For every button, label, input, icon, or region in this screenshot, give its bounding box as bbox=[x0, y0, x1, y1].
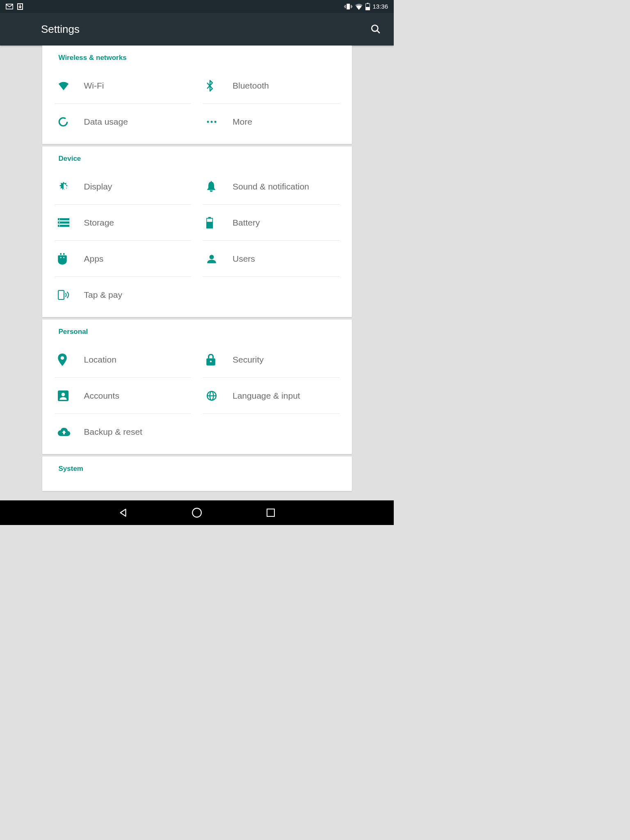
label-bluetooth: Bluetooth bbox=[233, 81, 269, 91]
page-title: Settings bbox=[41, 23, 80, 36]
label-storage: Storage bbox=[84, 218, 114, 228]
recent-icon bbox=[266, 508, 276, 518]
setting-language[interactable]: Language & input bbox=[203, 378, 340, 414]
setting-sound[interactable]: Sound & notification bbox=[203, 169, 340, 205]
svg-rect-27 bbox=[63, 253, 64, 255]
accounts-icon bbox=[58, 390, 84, 401]
svg-point-13 bbox=[59, 118, 67, 126]
section-personal: Personal Location Security Accounts bbox=[42, 320, 352, 454]
status-right: 13:36 bbox=[344, 3, 388, 10]
svg-line-12 bbox=[377, 30, 380, 33]
svg-point-16 bbox=[215, 121, 217, 123]
bluetooth-icon bbox=[206, 80, 233, 91]
section-header-system: System bbox=[42, 457, 352, 479]
section-header-personal: Personal bbox=[42, 320, 352, 342]
app-bar: Settings bbox=[0, 13, 394, 46]
nav-home-button[interactable] bbox=[189, 504, 205, 521]
setting-battery[interactable]: Battery bbox=[203, 205, 340, 241]
vibrate-icon bbox=[344, 3, 352, 10]
globe-icon bbox=[206, 390, 233, 401]
home-icon bbox=[192, 507, 202, 518]
setting-display[interactable]: Display bbox=[55, 169, 191, 205]
settings-content: Wireless & networks Wi-Fi Bluetooth Data… bbox=[0, 46, 394, 500]
data-usage-icon bbox=[58, 116, 84, 127]
nav-recent-button[interactable] bbox=[262, 504, 279, 521]
battery-icon bbox=[365, 3, 370, 10]
display-icon bbox=[58, 181, 84, 192]
section-header-device: Device bbox=[42, 146, 352, 169]
gmail-icon bbox=[6, 4, 13, 9]
setting-storage[interactable]: Storage bbox=[55, 205, 191, 241]
status-time: 13:36 bbox=[372, 3, 388, 10]
users-icon bbox=[206, 253, 233, 264]
svg-point-36 bbox=[61, 393, 65, 396]
svg-point-20 bbox=[59, 219, 59, 219]
section-wireless: Wireless & networks Wi-Fi Bluetooth Data… bbox=[42, 46, 352, 144]
battery-icon bbox=[206, 217, 233, 228]
label-accounts: Accounts bbox=[84, 391, 119, 401]
wifi-icon bbox=[355, 3, 363, 10]
nav-back-button[interactable] bbox=[115, 504, 131, 521]
svg-rect-3 bbox=[347, 4, 350, 9]
svg-point-15 bbox=[211, 121, 213, 123]
back-icon bbox=[118, 507, 128, 518]
svg-rect-26 bbox=[60, 253, 61, 255]
svg-point-32 bbox=[60, 356, 64, 360]
svg-rect-6 bbox=[344, 6, 345, 7]
tap-pay-icon bbox=[58, 290, 84, 300]
setting-accounts[interactable]: Accounts bbox=[55, 378, 191, 414]
svg-point-30 bbox=[210, 255, 214, 259]
svg-rect-4 bbox=[345, 5, 346, 8]
setting-data-usage[interactable]: Data usage bbox=[55, 104, 191, 140]
svg-point-34 bbox=[210, 361, 212, 362]
svg-rect-7 bbox=[352, 6, 352, 7]
svg-rect-25 bbox=[206, 221, 212, 228]
wifi-icon bbox=[58, 81, 84, 90]
label-location: Location bbox=[84, 355, 116, 365]
status-bar: 13:36 bbox=[0, 0, 394, 13]
svg-point-14 bbox=[207, 121, 209, 123]
label-sound: Sound & notification bbox=[233, 182, 309, 192]
label-apps: Apps bbox=[84, 254, 104, 264]
setting-location[interactable]: Location bbox=[55, 342, 191, 378]
label-battery: Battery bbox=[233, 218, 260, 228]
status-left bbox=[6, 3, 23, 10]
search-button[interactable] bbox=[368, 21, 384, 37]
setting-more[interactable]: More bbox=[203, 104, 340, 140]
backup-icon bbox=[58, 427, 84, 436]
svg-point-28 bbox=[60, 257, 61, 258]
svg-point-40 bbox=[192, 508, 201, 517]
svg-rect-10 bbox=[366, 7, 370, 10]
more-icon bbox=[206, 120, 233, 124]
svg-point-21 bbox=[59, 222, 59, 223]
svg-point-11 bbox=[372, 25, 378, 31]
label-language: Language & input bbox=[233, 391, 300, 401]
lock-icon bbox=[206, 354, 233, 365]
setting-apps[interactable]: Apps bbox=[55, 241, 191, 277]
apps-icon bbox=[58, 253, 84, 265]
label-data-usage: Data usage bbox=[84, 117, 128, 127]
label-users: Users bbox=[233, 254, 255, 264]
svg-point-29 bbox=[63, 257, 64, 258]
setting-bluetooth[interactable]: Bluetooth bbox=[203, 68, 340, 104]
location-icon bbox=[58, 354, 84, 366]
label-security: Security bbox=[233, 355, 264, 365]
label-more: More bbox=[233, 117, 252, 127]
section-system: System bbox=[42, 457, 352, 491]
svg-point-22 bbox=[59, 225, 59, 226]
section-device: Device Display Sound & notification Stor… bbox=[42, 146, 352, 317]
setting-backup[interactable]: Backup & reset bbox=[55, 414, 191, 450]
setting-security[interactable]: Security bbox=[203, 342, 340, 378]
label-backup: Backup & reset bbox=[84, 427, 142, 437]
navigation-bar bbox=[0, 500, 394, 525]
setting-tap-pay[interactable]: Tap & pay bbox=[55, 277, 191, 313]
label-tap-pay: Tap & pay bbox=[84, 290, 122, 300]
setting-users[interactable]: Users bbox=[203, 241, 340, 277]
storage-icon bbox=[58, 218, 84, 227]
svg-rect-31 bbox=[58, 290, 64, 299]
setting-wifi[interactable]: Wi-Fi bbox=[55, 68, 191, 104]
svg-rect-5 bbox=[351, 5, 352, 8]
svg-rect-41 bbox=[267, 509, 274, 516]
bell-icon bbox=[206, 181, 233, 192]
download-icon bbox=[17, 3, 23, 10]
